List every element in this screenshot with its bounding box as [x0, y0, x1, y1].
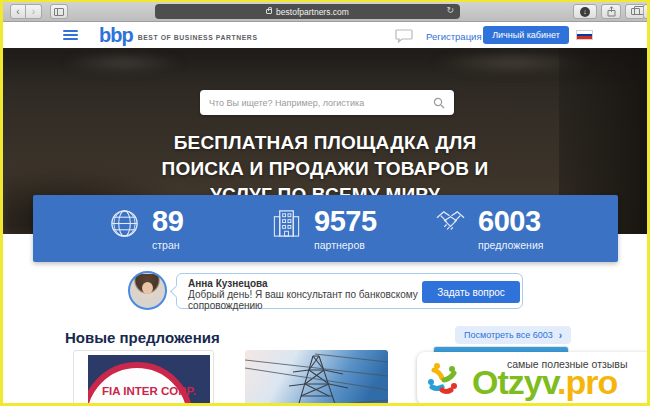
- url-text: bestofpartners.com: [276, 7, 349, 17]
- brand-pro: .pro: [557, 363, 617, 401]
- hero-photo-truck: [63, 54, 183, 72]
- tab-overview-button[interactable]: [625, 4, 645, 19]
- logo-text: bbp: [99, 25, 133, 45]
- chat-icon[interactable]: [395, 29, 413, 47]
- otzyv-logo-icon: [424, 360, 464, 400]
- new-tab-button[interactable]: +: [643, 4, 650, 19]
- ask-question-button[interactable]: Задать вопрос: [422, 281, 520, 303]
- fia-company-name: FIA INTER CORP.: [88, 385, 210, 397]
- fia-logo-circle: [88, 362, 193, 406]
- stat-partners-label: партнеров: [314, 239, 377, 251]
- headline-line-2: ПОИСКА И ПРОДАЖИ ТОВАРОВ И: [3, 156, 647, 182]
- browser-toolbar: ‹ › bestofpartners.com ↻ ↓ +: [3, 2, 647, 22]
- power-lines-photo: [245, 350, 388, 406]
- stat-offers-label: предложения: [478, 239, 543, 251]
- downloads-button[interactable]: ↓: [573, 4, 597, 19]
- consultant-bubble: Анна Кузнецова Добрый день! Я ваш консул…: [176, 273, 523, 309]
- consultant-name: Анна Кузнецова: [188, 278, 268, 289]
- forward-button[interactable]: ›: [26, 4, 42, 19]
- search-bar: [200, 90, 454, 115]
- sidebar-icon: [54, 8, 64, 16]
- brand-otzyv: Otzyv: [472, 363, 557, 401]
- globe-icon: [109, 208, 140, 239]
- view-all-offers-button[interactable]: Посмотреть все 6003 ›: [455, 326, 571, 344]
- tabs-icon: [631, 8, 640, 15]
- account-button[interactable]: Личный кабинет: [483, 26, 569, 44]
- back-icon: ‹: [16, 6, 19, 17]
- watermark-brand: Otzyv.pro: [472, 363, 617, 402]
- stats-bar: 89 стран 9575 партнеров: [33, 195, 618, 262]
- view-all-label: Посмотреть все 6003: [464, 330, 553, 340]
- stat-partners: 9575 партнеров: [271, 206, 377, 251]
- search-icon[interactable]: [433, 97, 445, 109]
- sidebar-button[interactable]: [50, 4, 68, 19]
- share-icon: [607, 6, 616, 17]
- download-icon: ↓: [580, 7, 590, 17]
- lock-icon: [266, 9, 272, 14]
- register-link[interactable]: Регистрация: [426, 31, 482, 42]
- stat-partners-value: 9575: [314, 206, 377, 236]
- stat-countries-value: 89: [152, 206, 183, 236]
- stat-countries: 89 стран: [109, 206, 183, 251]
- site-logo[interactable]: bbp BEST OF BUSINESS PARTNERS: [99, 25, 258, 45]
- stat-offers-value: 6003: [478, 206, 543, 236]
- stat-countries-label: стран: [152, 239, 183, 251]
- russian-flag-icon[interactable]: [576, 30, 593, 40]
- reload-icon[interactable]: ↻: [446, 5, 454, 15]
- chevron-right-icon: ›: [559, 330, 562, 341]
- fia-logo: FIA INTER CORP. www.fiainter.us: [88, 355, 210, 406]
- address-bar[interactable]: bestofpartners.com ↻: [155, 4, 460, 19]
- headline-line-1: БЕСПЛАТНАЯ ПЛОЩАДКА ДЛЯ: [3, 130, 647, 156]
- menu-button[interactable]: [63, 30, 78, 42]
- screenshot-root: ‹ › bestofpartners.com ↻ ↓ + bbp BEST OF…: [0, 0, 650, 406]
- offer-card-power-lines[interactable]: [245, 350, 388, 406]
- fia-website: www.fiainter.us: [88, 401, 210, 406]
- building-icon: [271, 208, 302, 239]
- consultant-avatar: [128, 271, 167, 310]
- otzyv-watermark: самые полезные отзывы Otzyv.pro: [417, 352, 650, 405]
- logo-tagline: BEST OF BUSINESS PARTNERS: [138, 34, 258, 41]
- site-header: bbp BEST OF BUSINESS PARTNERS Регистраци…: [3, 22, 647, 48]
- search-input[interactable]: [209, 98, 433, 108]
- stat-offers: 6003 предложения: [435, 206, 543, 251]
- share-button[interactable]: [601, 4, 621, 19]
- offer-card-fia-inter[interactable]: FIA INTER CORP. www.fiainter.us: [73, 350, 214, 406]
- forward-icon: ›: [32, 6, 35, 17]
- section-title-new-offers: Новые предложения: [65, 329, 220, 346]
- consultant-message: Добрый день! Я ваш консультант по банков…: [188, 289, 426, 311]
- handshake-icon: [435, 208, 466, 239]
- back-button[interactable]: ‹: [10, 4, 26, 19]
